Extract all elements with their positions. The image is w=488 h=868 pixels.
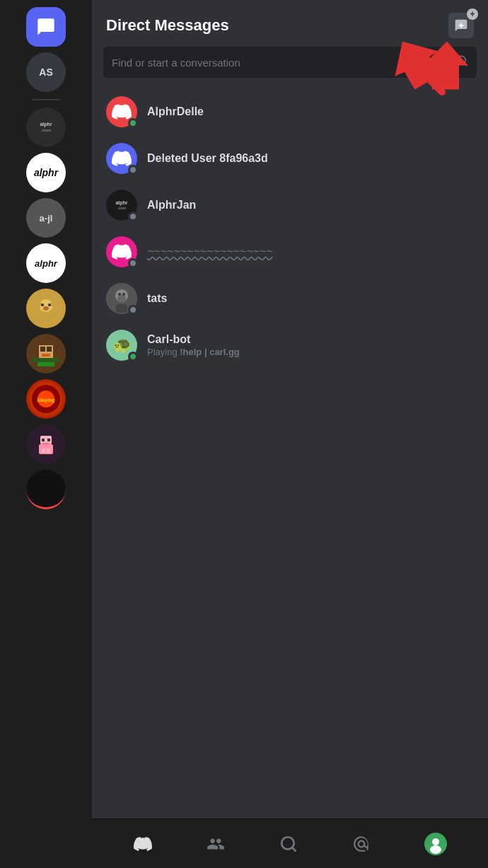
conv-info: Deleted User 8fa96a3d [147,152,474,165]
conv-info: Carl-bot Playing !help | carl.gg [147,333,474,357]
minecraft-icon [32,340,60,368]
conv-avatar-tats [106,283,137,314]
avatar-label: alphr [35,258,57,269]
conv-name: AlphrJan [147,199,474,212]
conv-avatar-alphr-delle [106,96,137,127]
sidebar-avatar-minecraft[interactable] [26,334,66,374]
dm-header: Direct Messages + [92,0,488,47]
conv-avatar-deleted [106,143,137,174]
search-icon [455,54,468,71]
sidebar-avatar-pixel[interactable] [26,424,66,464]
nav-item-profile[interactable] [424,833,447,855]
status-dot-offline [128,305,138,315]
svg-point-3 [48,303,51,306]
svg-rect-10 [47,347,52,352]
svg-point-36 [122,293,125,296]
status-dot-offline [128,212,138,221]
svg-point-4 [43,306,49,311]
status-dot-offline [128,258,138,268]
nav-item-friends[interactable] [206,834,226,854]
sidebar-dm-button[interactable] [26,7,66,47]
conversation-item[interactable]: alphr.com AlphrJan [98,183,482,228]
bottom-nav [92,818,488,868]
sidebar-avatar-dog[interactable] [26,289,66,328]
new-dm-icon [454,18,468,33]
conv-info: ~~~~~~~~~~~~~~~~~~~ [147,245,474,258]
conv-avatar-unknown [106,236,137,267]
svg-rect-11 [42,354,50,357]
conv-status: Playing !help | carl.gg [147,347,474,357]
svg-rect-23 [42,449,45,453]
sidebar-avatar-as[interactable]: AS [26,52,66,92]
conversation-item[interactable]: ~~~~~~~~~~~~~~~~~~~ [98,229,482,274]
svg-text:Staying: Staying [37,398,55,403]
conversation-item[interactable]: AlphrDelle [98,89,482,134]
svg-rect-22 [39,444,53,454]
svg-rect-19 [42,439,45,441]
discord-home-icon [133,834,153,854]
sidebar-avatar-dark[interactable] [26,470,66,509]
svg-rect-9 [40,347,45,352]
friends-icon [206,834,226,854]
conversation-item[interactable]: tats [98,276,482,321]
svg-point-41 [432,838,439,845]
conv-info: AlphrJan [147,199,474,212]
conv-name: AlphrDelle [147,105,474,118]
svg-line-31 [464,63,466,65]
main-panel: Direct Messages + [92,0,488,868]
svg-point-34 [117,295,126,302]
svg-point-35 [118,293,121,296]
mentions-icon [352,834,371,854]
chat-icon [36,17,56,37]
profile-avatar [424,833,447,855]
sidebar-separator [32,99,60,100]
search-bar[interactable] [103,47,477,78]
sidebar: AS alphr.com alphr a-jl alphr [0,0,92,868]
svg-rect-24 [47,449,50,453]
nav-item-mentions[interactable] [352,834,371,854]
sunburst-icon: Staying [32,385,60,413]
plus-badge: + [467,8,478,20]
conv-info: AlphrDelle [147,105,474,118]
avatar-label: a-jl [40,213,53,224]
sidebar-avatar-alphr2[interactable]: alphr [26,243,66,283]
conversation-list: AlphrDelle Deleted User 8fa96a3d [92,89,488,818]
conversation-item[interactable]: 🐢 Carl-bot Playing !help | carl.gg [98,323,482,368]
dm-title: Direct Messages [106,16,229,35]
conversation-item[interactable]: Deleted User 8fa96a3d [98,136,482,181]
conv-avatar-carlbot: 🐢 [106,330,137,361]
conv-info: tats [147,292,474,305]
svg-rect-20 [47,439,50,441]
svg-point-2 [41,303,44,306]
status-dot-online [128,352,138,361]
search-nav-icon [279,834,298,854]
new-dm-button[interactable]: + [448,13,474,38]
conv-avatar-alphr-jan: alphr.com [106,190,137,221]
conv-name: tats [147,292,474,305]
nav-item-search[interactable] [279,834,298,854]
profile-avatar-img [426,834,446,854]
svg-point-42 [430,845,441,854]
avatar-initials: AS [39,66,52,78]
svg-rect-37 [116,304,127,313]
avatar-label: alphr.com [40,122,52,132]
conv-name: Carl-bot [147,333,474,346]
status-dot-online [128,118,138,128]
svg-rect-13 [32,358,60,362]
sidebar-avatar-a-jl[interactable]: a-jl [26,198,66,238]
avatar-label: alphr [34,167,58,178]
nav-item-home[interactable] [133,834,153,854]
status-dot-offline [128,165,138,175]
pixel-icon [32,430,60,458]
conv-name: Deleted User 8fa96a3d [147,152,474,165]
svg-line-39 [292,847,296,851]
status-playing: !help | carl.gg [180,347,240,357]
dog-icon [32,294,60,323]
sidebar-avatar-alphr-word[interactable]: alphr [26,153,66,192]
conv-name-wavy: ~~~~~~~~~~~~~~~~~~~ [147,245,474,258]
search-input[interactable] [112,57,455,69]
sidebar-avatar-alphr-com[interactable]: alphr.com [26,108,66,147]
sidebar-avatar-sunburst[interactable]: Staying [26,379,66,419]
